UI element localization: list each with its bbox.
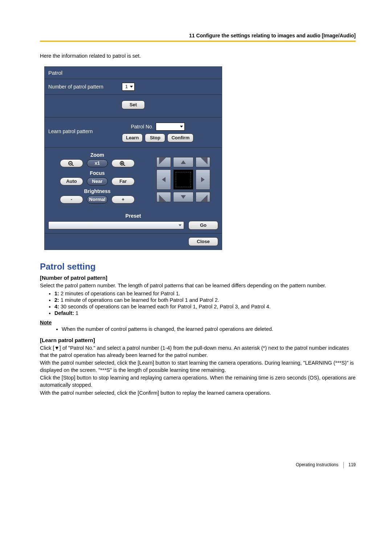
brightness-plus-button[interactable]: + xyxy=(111,196,135,204)
zoom-in-button[interactable] xyxy=(111,159,135,167)
zoom-title: Zoom xyxy=(48,152,146,158)
confirm-button[interactable]: Confirm xyxy=(167,134,193,142)
focus-far-button[interactable]: Far xyxy=(111,177,135,185)
preset-select[interactable] xyxy=(48,221,184,229)
chevron-down-icon xyxy=(130,86,133,87)
num-pattern-value: 1 xyxy=(125,84,128,89)
note-heading: Note xyxy=(40,320,356,325)
section-heading: Patrol setting xyxy=(40,262,356,272)
learn-paragraphs: Click [▼] of "Patrol No." and select a p… xyxy=(40,345,356,397)
learn-heading: [Learn patrol pattern] xyxy=(40,337,356,343)
set-button[interactable]: Set xyxy=(122,100,145,109)
svg-line-6 xyxy=(123,165,125,166)
paragraph: With the patrol number selected, click t… xyxy=(40,360,356,374)
brightness-title: Brightness xyxy=(48,188,146,194)
arrow-down-icon xyxy=(181,195,186,199)
svg-line-2 xyxy=(72,165,74,166)
num-heading: [Number of patrol pattern] xyxy=(40,275,356,281)
patrol-no-label: Patrol No. xyxy=(131,124,154,130)
chevron-down-icon xyxy=(179,224,181,226)
page-header: 11 Configure the settings relating to im… xyxy=(40,33,356,38)
note-list: When the number of control patterns is c… xyxy=(40,326,356,332)
learn-pattern-label: Learn patrol pattern xyxy=(48,123,119,134)
svg-marker-7 xyxy=(159,157,166,164)
svg-marker-9 xyxy=(159,194,166,201)
pad-ne-button[interactable] xyxy=(196,157,210,167)
preset-go-button[interactable]: Go xyxy=(188,221,218,230)
paragraph: Click the [Stop] button to stop learning… xyxy=(40,374,356,389)
list-item: 2: 1 minute of operations can be learned… xyxy=(54,297,356,303)
panel-title: Patrol xyxy=(45,67,222,79)
pad-down-button[interactable] xyxy=(173,192,193,202)
focus-title: Focus xyxy=(48,170,146,176)
arrow-right-icon xyxy=(201,177,205,182)
pad-sw-button[interactable] xyxy=(156,192,171,202)
list-item: When the number of control patterns is c… xyxy=(62,326,356,332)
ptz-pad xyxy=(156,157,211,206)
arrow-left-icon xyxy=(162,177,166,182)
pad-nw-button[interactable] xyxy=(156,157,171,167)
patrol-panel: Patrol Number of patrol pattern 1 Set Le… xyxy=(44,66,222,250)
svg-marker-10 xyxy=(201,194,208,201)
page-footer: Operating Instructions 119 xyxy=(40,462,356,468)
pad-se-button[interactable] xyxy=(196,192,210,202)
close-button[interactable]: Close xyxy=(188,237,218,246)
zoom-in-icon xyxy=(119,161,127,166)
num-pattern-select[interactable]: 1 xyxy=(122,83,135,91)
pad-right-button[interactable] xyxy=(196,169,210,190)
pad-center[interactable] xyxy=(173,169,193,190)
svg-marker-8 xyxy=(201,157,208,164)
pad-left-button[interactable] xyxy=(156,169,171,190)
paragraph: Click [▼] of "Patrol No." and select a p… xyxy=(40,345,356,359)
pad-up-button[interactable] xyxy=(173,157,193,167)
focus-near-button[interactable]: Near xyxy=(87,177,108,185)
preset-title: Preset xyxy=(48,213,218,219)
zoom-out-icon xyxy=(68,161,75,166)
arrow-up-icon xyxy=(181,160,186,164)
learn-button[interactable]: Learn xyxy=(122,134,143,142)
brightness-minus-button[interactable]: - xyxy=(60,196,83,204)
list-item: 4: 30 seconds of operations can be learn… xyxy=(54,304,356,309)
num-desc: Select the patrol pattern number. The le… xyxy=(40,282,356,290)
list-item: Default: 1 xyxy=(54,310,356,316)
num-bullets: 1: 2 minutes of operations can be learne… xyxy=(40,291,356,316)
paragraph: With the patrol number selected, click t… xyxy=(40,390,356,397)
num-pattern-label: Number of patrol pattern xyxy=(48,84,119,90)
patrol-no-select[interactable] xyxy=(156,123,185,131)
chevron-down-icon xyxy=(180,126,183,127)
intro-text: Here the information related to patrol i… xyxy=(40,53,356,60)
stop-button[interactable]: Stop xyxy=(145,134,165,142)
header-rule xyxy=(40,41,356,42)
zoom-out-button[interactable] xyxy=(60,159,83,167)
zoom-reset-button[interactable]: x1 xyxy=(87,159,108,167)
footer-separator xyxy=(343,462,344,468)
page-number: 119 xyxy=(348,462,356,467)
brightness-normal-button[interactable]: Normal xyxy=(87,196,108,204)
focus-auto-button[interactable]: Auto xyxy=(60,177,83,185)
footer-label: Operating Instructions xyxy=(296,462,338,467)
list-item: 1: 2 minutes of operations can be learne… xyxy=(54,291,356,296)
